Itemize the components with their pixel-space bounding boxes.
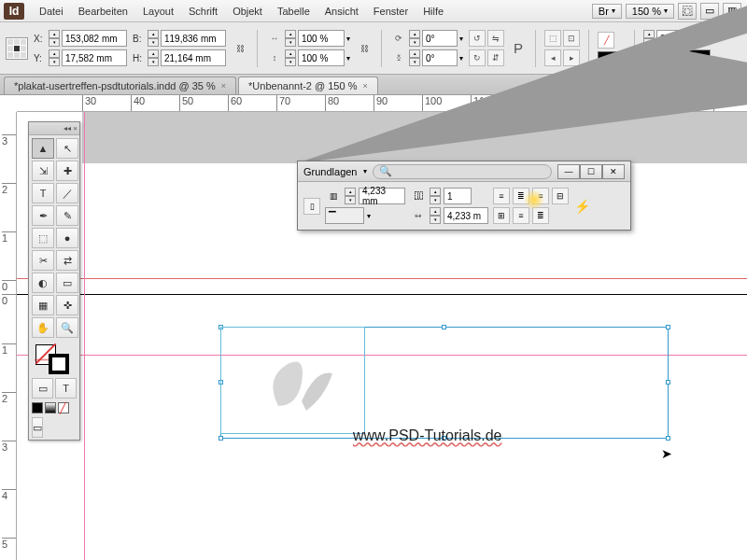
sp1[interactable]: ▴▾ xyxy=(345,188,356,204)
view-mode-toggle[interactable]: ▭ xyxy=(32,417,43,438)
ruler-tick: 0 xyxy=(2,280,16,292)
inset-icon[interactable]: ⊞ xyxy=(493,207,510,224)
scissors-tool[interactable]: ✂ xyxy=(32,250,54,271)
close-icon[interactable]: ✕ xyxy=(602,164,625,179)
menu-schrift[interactable]: Schrift xyxy=(181,6,225,17)
pen-tool[interactable]: ✒ xyxy=(32,205,54,226)
sp3[interactable]: ▴▾ xyxy=(430,207,441,224)
scale-y-icon: ↕ xyxy=(266,49,283,66)
text-frame-icon[interactable]: ▯ xyxy=(303,198,320,215)
floating-panel-titlebar[interactable]: Grundlagen ▾ 🔍 — ☐ ✕ xyxy=(298,161,630,182)
tab-label: *plakat-usertreffen-psdtutorials.indd @ … xyxy=(14,80,216,91)
app-logo: Id xyxy=(4,3,24,20)
scaley-spinner[interactable]: ▴▾ xyxy=(285,49,296,66)
y-label: Y: xyxy=(34,53,47,63)
logo-graphic xyxy=(260,350,344,425)
ruler-tick: 3 xyxy=(2,441,16,453)
w-label: B: xyxy=(133,34,146,44)
w-spinner[interactable]: ▴▾ xyxy=(148,30,159,47)
reference-point-grid[interactable] xyxy=(6,37,28,60)
maximize-icon[interactable]: ☐ xyxy=(580,164,602,179)
ruler-tick: 5 xyxy=(2,538,16,550)
align-top-icon[interactable]: ≡ xyxy=(493,188,510,204)
apply-color-icon[interactable] xyxy=(32,402,43,413)
gradient-feather-tool[interactable]: ▭ xyxy=(56,273,78,293)
guide-magenta-v[interactable] xyxy=(84,112,85,560)
ruler-tick: 40 xyxy=(131,95,145,111)
workspace-label[interactable]: Grundlagen xyxy=(303,166,358,177)
ruler-tick: 3 xyxy=(2,134,16,147)
fill-stroke-swatch[interactable] xyxy=(32,343,77,374)
menu-layout[interactable]: Layout xyxy=(135,6,181,17)
search-icon: 🔍 xyxy=(379,165,392,177)
h-spinner[interactable]: ▴▾ xyxy=(148,49,159,66)
h-label: H: xyxy=(133,53,146,63)
direct-selection-tool[interactable]: ↖ xyxy=(56,138,78,159)
num-columns-icon: ⿲ xyxy=(410,188,427,204)
ruler-tick: 1 xyxy=(2,231,16,244)
eyedropper-tool[interactable]: ✜ xyxy=(56,295,78,315)
collapse-icon[interactable]: ◂◂ xyxy=(63,124,71,133)
ruler-tick: 0 xyxy=(2,294,16,306)
columns-input[interactable]: 1 xyxy=(444,188,472,204)
align-justify-icon[interactable]: ⊟ xyxy=(552,188,569,204)
menu-datei[interactable]: Datei xyxy=(32,6,71,17)
constrain-icon[interactable]: ⛓ xyxy=(232,40,248,57)
x-spinner[interactable]: ▴▾ xyxy=(49,30,60,47)
search-input[interactable]: 🔍 xyxy=(373,164,553,179)
baseline-icon[interactable]: ≡ xyxy=(513,207,529,224)
formatting-container-icon[interactable]: ▭ xyxy=(32,378,53,399)
ruler-tick: 1 xyxy=(2,343,16,356)
y-input[interactable]: 17,582 mm xyxy=(62,49,127,66)
x-input[interactable]: 153,082 mm xyxy=(62,30,127,47)
zoom-tool[interactable]: 🔍 xyxy=(56,317,78,338)
col-width-icon: ⇿ xyxy=(410,207,427,224)
gradient-swatch-tool[interactable]: ◐ xyxy=(32,273,54,293)
gap-tool[interactable]: ✚ xyxy=(56,161,78,181)
tab-plakat[interactable]: *plakat-usertreffen-psdtutorials.indd @ … xyxy=(4,77,236,94)
scale-x-icon: ↔ xyxy=(266,30,283,47)
ruler-tick: 2 xyxy=(2,392,16,404)
scalex-spinner[interactable]: ▴▾ xyxy=(285,30,296,47)
menu-bearbeiten[interactable]: Bearbeiten xyxy=(71,6,135,17)
apply-none-icon[interactable]: ╱ xyxy=(58,402,69,413)
gutter-input[interactable]: 4,233 mm xyxy=(359,188,405,204)
ellipse-tool[interactable]: ● xyxy=(56,228,78,248)
y-spinner[interactable]: ▴▾ xyxy=(49,49,60,66)
close-icon[interactable]: × xyxy=(73,124,78,133)
page-tool[interactable]: ⇲ xyxy=(32,161,54,181)
chevron-down-icon[interactable]: ▾ xyxy=(363,167,367,175)
width-input[interactable]: 119,836 mm xyxy=(161,30,226,47)
apply-gradient-icon[interactable] xyxy=(45,402,56,413)
svg-marker-0 xyxy=(297,0,747,163)
close-icon[interactable]: × xyxy=(221,81,226,91)
line-tool[interactable]: ／ xyxy=(56,183,78,203)
rectangle-frame-tool[interactable]: ⬚ xyxy=(32,228,54,248)
pencil-tool[interactable]: ✎ xyxy=(56,205,78,226)
floating-control-panel[interactable]: Grundlagen ▾ 🔍 — ☐ ✕ ▯ ▥▴▾4,233 mm ▔▾ ⿲▴… xyxy=(297,161,631,231)
columns-icon: ▥ xyxy=(325,188,342,204)
note-tool[interactable]: ▦ xyxy=(32,295,54,315)
menu-objekt[interactable]: Objekt xyxy=(225,6,270,17)
ruler-vertical[interactable]: 3 2 1 0 0 1 2 3 4 5 xyxy=(0,112,17,560)
tool-panel-titlebar[interactable]: ◂◂× xyxy=(29,122,79,135)
height-input[interactable]: 21,164 mm xyxy=(161,49,226,66)
hand-tool[interactable]: ✋ xyxy=(32,317,54,338)
ruler-tick: 70 xyxy=(276,95,290,111)
x-label: X: xyxy=(34,34,47,44)
sp2[interactable]: ▴▾ xyxy=(430,188,441,204)
highlight-marker xyxy=(524,189,544,210)
guide-red[interactable] xyxy=(17,278,747,279)
col-width-input[interactable]: 4,233 m xyxy=(444,207,488,224)
stroke-type[interactable]: ▔ xyxy=(325,207,364,224)
ruler-tick: 30 xyxy=(82,95,96,111)
quick-apply-icon[interactable]: ⚡ xyxy=(573,198,590,215)
formatting-text-icon[interactable]: T xyxy=(55,378,77,399)
free-transform-tool[interactable]: ⇄ xyxy=(56,250,78,271)
minimize-icon[interactable]: — xyxy=(557,164,580,179)
ruler-tick: 4 xyxy=(2,489,16,501)
tool-panel[interactable]: ◂◂× ▲ ↖ ⇲ ✚ T ／ ✒ ✎ ⬚ ● ✂ ⇄ ◐ ▭ ▦ ✜ ✋ 🔍 … xyxy=(28,121,80,441)
page-edge xyxy=(17,294,747,295)
type-tool[interactable]: T xyxy=(32,183,54,203)
selection-tool[interactable]: ▲ xyxy=(32,138,54,159)
